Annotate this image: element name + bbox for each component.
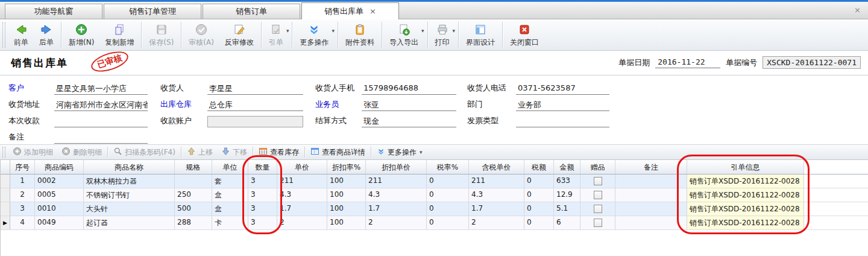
- caret-down-icon[interactable]: ▾: [421, 28, 424, 34]
- prev-order-button[interactable]: 前单: [8, 19, 34, 50]
- caret-down-icon[interactable]: ▾: [332, 28, 335, 34]
- cell-qty[interactable]: 3: [248, 202, 277, 216]
- cell-tax[interactable]: 0: [524, 174, 554, 188]
- print-button[interactable]: 打印: [430, 19, 455, 50]
- audit-button[interactable]: 审核(A): [183, 19, 219, 50]
- cell-tax-incl-price[interactable]: 211: [469, 174, 524, 188]
- row-selector[interactable]: [1, 202, 10, 216]
- add-new-button[interactable]: 新增(N): [63, 19, 99, 50]
- cell-seq[interactable]: 4: [10, 216, 35, 229]
- cell-tax-incl-price[interactable]: 2: [469, 216, 524, 229]
- cell-ref-info[interactable]: 销售订单XSDD-20161122-0028: [687, 216, 804, 229]
- cell-ref-info[interactable]: 销售订单XSDD-20161122-0028: [687, 174, 804, 188]
- add-detail-button[interactable]: 添加明细: [8, 146, 57, 159]
- caret-down-icon[interactable]: ▾: [286, 28, 289, 34]
- cell-seq[interactable]: 3: [10, 202, 35, 216]
- cell-amount[interactable]: 6: [554, 216, 580, 229]
- cell-discount-rate[interactable]: 100: [327, 174, 366, 188]
- warehouse-label[interactable]: 出库仓库: [160, 99, 207, 111]
- customer-field[interactable]: 星星文具第一小学店: [54, 83, 148, 95]
- phone-field[interactable]: 0371-5623587: [516, 83, 609, 95]
- more-detail-actions-button[interactable]: 更多操作 ▾: [373, 146, 427, 159]
- cell-seq[interactable]: 2: [10, 188, 35, 202]
- pull-order-button[interactable]: 引单: [263, 19, 289, 50]
- doc-date-field[interactable]: 2016-11-22: [655, 57, 720, 68]
- tab-close-icon[interactable]: ×: [370, 7, 376, 15]
- account-field[interactable]: [207, 116, 303, 127]
- cell-code[interactable]: 0002: [35, 174, 84, 188]
- delete-detail-button[interactable]: 删除明细: [57, 146, 106, 159]
- cell-code[interactable]: 0005: [35, 188, 84, 202]
- cell-remark[interactable]: [615, 174, 687, 188]
- cell-spec[interactable]: [175, 174, 212, 188]
- cell-unit[interactable]: 盒: [212, 188, 248, 202]
- gift-checkbox[interactable]: [594, 205, 602, 213]
- cell-spec[interactable]: 500: [175, 202, 212, 216]
- cell-unit[interactable]: 盒: [212, 202, 248, 216]
- cell-tax-incl-price[interactable]: 1.7: [469, 202, 524, 216]
- cell-tax[interactable]: 0: [524, 216, 554, 229]
- cell-code[interactable]: 0049: [35, 216, 84, 229]
- cell-name[interactable]: 起订器: [84, 216, 175, 229]
- cell-price[interactable]: 4.3: [277, 188, 327, 202]
- copy-add-button[interactable]: 复制新增: [99, 19, 139, 50]
- scan-barcode-button[interactable]: 扫描条形码(F4): [109, 146, 180, 159]
- cell-tax-rate[interactable]: 0: [427, 216, 469, 229]
- cell-qty[interactable]: 3: [248, 174, 277, 188]
- cell-seq[interactable]: 1: [10, 174, 35, 188]
- row-selector[interactable]: [1, 188, 10, 202]
- row-selector[interactable]: [1, 174, 10, 188]
- cell-ref-info[interactable]: 销售订单XSDD-20161122-0028: [687, 202, 804, 216]
- invoice-type-field[interactable]: [516, 116, 609, 127]
- salesman-label[interactable]: 业务员: [315, 99, 362, 111]
- cell-discount-rate[interactable]: 100: [327, 188, 366, 202]
- attachments-button[interactable]: 附件资料: [340, 19, 380, 50]
- cell-name[interactable]: 不锈钢订书钉: [84, 188, 175, 202]
- remark-field[interactable]: [54, 132, 148, 144]
- settlement-field[interactable]: 现金: [362, 116, 456, 127]
- ui-design-button[interactable]: 界面设计: [461, 19, 500, 50]
- cell-discount-price[interactable]: 4.3: [366, 188, 427, 202]
- cell-discount-rate[interactable]: 100: [327, 216, 366, 229]
- customer-label[interactable]: 客户: [8, 83, 54, 95]
- cell-discount-price[interactable]: 2: [366, 216, 427, 229]
- row-selector[interactable]: ▶: [1, 216, 10, 229]
- cell-remark[interactable]: [615, 202, 687, 216]
- tab-sales-order-mgmt[interactable]: 销售订单管理: [104, 4, 201, 19]
- tab-sales-outbound[interactable]: 销售出库单 ×: [301, 2, 399, 19]
- cell-remark[interactable]: [615, 188, 687, 202]
- consignee-field[interactable]: 李星星: [207, 83, 303, 95]
- more-actions-button[interactable]: 更多操作: [294, 19, 334, 50]
- cell-tax[interactable]: 0: [524, 202, 554, 216]
- gift-checkbox[interactable]: [594, 219, 602, 227]
- cell-discount-rate[interactable]: 100: [327, 202, 366, 216]
- cell-qty[interactable]: 3: [248, 188, 277, 202]
- tabbar-close-icon[interactable]: ×: [854, 5, 861, 14]
- tab-nav-window[interactable]: 功能导航窗: [5, 4, 102, 19]
- next-order-button[interactable]: 后单: [34, 19, 59, 50]
- toolbar-grip[interactable]: [2, 22, 5, 48]
- department-field[interactable]: 业务部: [516, 100, 609, 111]
- address-field[interactable]: 河南省郑州市金水区河南省: [54, 100, 148, 111]
- cell-ref-info[interactable]: 销售订单XSDD-20161122-0028: [687, 188, 804, 202]
- gift-checkbox[interactable]: [594, 177, 602, 185]
- cell-price[interactable]: 1.7: [277, 202, 327, 216]
- cell-discount-price[interactable]: 211: [366, 174, 427, 188]
- mobile-field[interactable]: 15798964688: [362, 83, 456, 95]
- cell-amount[interactable]: 12.9: [554, 188, 580, 202]
- cell-tax-rate[interactable]: 0: [427, 202, 469, 216]
- cell-tax-incl-price[interactable]: 4.3: [469, 188, 524, 202]
- cell-price[interactable]: 2: [277, 216, 327, 229]
- cell-unit[interactable]: 卡: [212, 216, 248, 229]
- view-stock-button[interactable]: 查看库存: [254, 146, 303, 159]
- cell-spec[interactable]: 288: [175, 216, 212, 229]
- warehouse-field[interactable]: 总仓库: [207, 100, 303, 111]
- toolbar-grip[interactable]: [2, 147, 5, 158]
- cell-tax-rate[interactable]: 0: [427, 174, 469, 188]
- unaudit-button[interactable]: 反审修改: [219, 19, 259, 50]
- cell-unit[interactable]: 套: [212, 174, 248, 188]
- cell-qty[interactable]: 3: [248, 216, 277, 229]
- payment-field[interactable]: [54, 116, 148, 127]
- cell-tax-rate[interactable]: 0: [427, 188, 469, 202]
- cell-tax[interactable]: 0: [524, 188, 554, 202]
